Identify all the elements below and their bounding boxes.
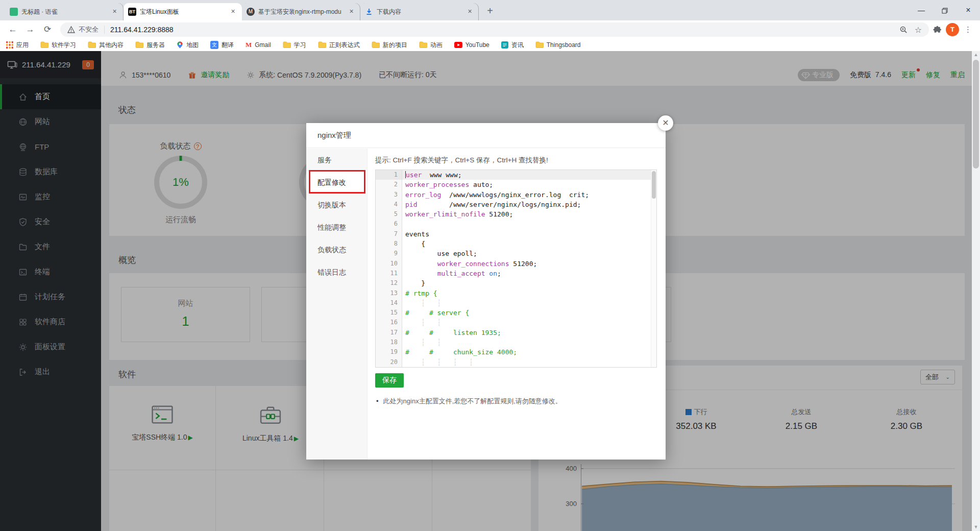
scrollbar-thumb[interactable] — [973, 60, 979, 168]
modal-tab-错误日志[interactable]: 错误日志 — [306, 261, 367, 283]
bookmark-item[interactable]: 软件学习 — [40, 41, 76, 50]
tab-close-icon[interactable]: × — [465, 8, 474, 16]
bookmark-star-icon[interactable]: ☆ — [915, 25, 922, 35]
browser-tab[interactable]: 无标题 · 语雀× — [5, 3, 124, 20]
code-line: error_log /www/wwwlogs/nginx_error.log c… — [402, 190, 656, 200]
code-line: pid /www/server/nginx/logs/nginx.pid; — [402, 200, 656, 209]
bookmark-item[interactable]: 文翻译 — [210, 41, 234, 50]
bt-favicon-icon: BT — [128, 8, 136, 16]
bookmark-item[interactable]: 新的项目 — [372, 41, 407, 50]
modal-tab-list: 服务配置修改切换版本性能调整负载状态错误日志 — [306, 149, 368, 460]
tab-close-icon[interactable]: × — [110, 8, 119, 16]
bookmarks-bar: 应用软件学习其他内容服务器地图文翻译MGmail学习正则表达式新的项目动画You… — [0, 39, 980, 51]
browser-menu-icon[interactable]: ⋮ — [964, 25, 972, 34]
tab-close-icon[interactable]: × — [229, 8, 237, 16]
line-number: 3 — [376, 190, 402, 200]
line-number: 7 — [376, 229, 402, 239]
code-line: multi_accept on; — [402, 269, 656, 278]
browser-tab[interactable]: 下载内容× — [360, 3, 479, 20]
translate-icon: 文 — [210, 41, 218, 49]
code-line: events — [402, 229, 656, 239]
line-number-gutter: 1234567891011121314151617181920 — [376, 170, 402, 367]
modal-tab-服务[interactable]: 服务 — [306, 149, 367, 171]
modal-tab-性能调整[interactable]: 性能调整 — [306, 216, 367, 238]
tab-list: 无标题 · 语雀×BT宝塔Linux面板×M基于宝塔安装nginx-rtmp-m… — [5, 3, 479, 20]
code-line: ┆ ┆ — [402, 298, 656, 308]
bookmark-label: 应用 — [16, 41, 29, 50]
bookmark-label: 地图 — [186, 41, 199, 50]
editor-scrollbar-thumb[interactable] — [652, 171, 656, 199]
bookmark-item[interactable]: 应用 — [6, 41, 29, 50]
code-line: # # chunk_size 4000; — [402, 347, 656, 357]
news-icon — [501, 41, 508, 49]
bookmark-item[interactable]: Thingsboard — [535, 41, 581, 49]
editor-scrollbar[interactable] — [651, 170, 656, 367]
line-number: 1 — [376, 170, 402, 180]
extensions-puzzle-icon[interactable] — [933, 26, 942, 34]
screen: 无标题 · 语雀×BT宝塔Linux面板×M基于宝塔安装nginx-rtmp-m… — [0, 0, 980, 531]
url-text[interactable]: 211.64.41.229:8888 — [110, 26, 899, 34]
code-line: worker_processes auto; — [402, 180, 656, 189]
apps-icon — [6, 41, 13, 49]
zoom-icon[interactable] — [899, 26, 908, 34]
bookmark-item[interactable]: 资讯 — [501, 41, 524, 50]
close-icon[interactable]: ✕ — [658, 115, 673, 131]
line-number: 8 — [376, 239, 402, 249]
save-button[interactable]: 保存 — [375, 373, 404, 388]
browser-tab[interactable]: M基于宝塔安装nginx-rtmp-modu× — [242, 3, 360, 20]
profile-avatar[interactable]: T — [946, 23, 959, 36]
tab-title: 下载内容 — [377, 8, 462, 16]
restore-button[interactable] — [933, 0, 957, 20]
nginx-manage-modal: ✕ nginx管理 服务配置修改切换版本性能调整负载状态错误日志 提示: Ctr… — [306, 123, 666, 460]
browser-tab[interactable]: BT宝塔Linux面板× — [124, 3, 242, 20]
modal-tab-切换版本[interactable]: 切换版本 — [306, 194, 367, 216]
line-number: 13 — [376, 288, 402, 298]
new-tab-button[interactable]: + — [483, 4, 497, 18]
line-number: 16 — [376, 318, 402, 327]
security-label[interactable]: 不安全 — [79, 25, 99, 34]
not-secure-warning-icon[interactable] — [67, 26, 75, 33]
config-editor[interactable]: 1234567891011121314151617181920 user www… — [375, 170, 657, 368]
bookmark-item[interactable]: YouTube — [454, 41, 489, 49]
reload-button[interactable]: ⟳ — [40, 22, 55, 37]
scroll-down-icon[interactable]: ▼ — [972, 523, 980, 531]
window-controls: — × — [910, 0, 980, 20]
page-scrollbar[interactable]: ▲ ▼ — [972, 51, 980, 531]
bookmark-item[interactable]: 服务器 — [135, 41, 165, 50]
address-bar[interactable]: 不安全 211.64.41.229:8888 ☆ — [60, 22, 929, 37]
mcircle-favicon-icon: M — [247, 8, 255, 16]
code-line: { — [402, 239, 656, 249]
bookmark-item[interactable]: 其他内容 — [88, 41, 124, 50]
tab-close-icon[interactable]: × — [347, 8, 356, 16]
bookmark-item[interactable]: 学习 — [283, 41, 306, 50]
bookmark-label: 正则表达式 — [329, 41, 360, 50]
modal-tab-负载状态[interactable]: 负载状态 — [306, 238, 367, 261]
close-window-button[interactable]: × — [957, 0, 980, 20]
folder-icon — [135, 41, 143, 49]
line-number: 5 — [376, 209, 402, 219]
bookmark-item[interactable]: 动画 — [419, 41, 443, 50]
folder-icon — [318, 41, 326, 49]
bookmark-label: 其他内容 — [99, 41, 124, 50]
bookmark-item[interactable]: 地图 — [177, 41, 199, 50]
modal-title: nginx管理 — [306, 123, 666, 148]
yuque-favicon-icon — [10, 8, 18, 16]
code-line: ┆ ┆ ┆ ┆ — [402, 357, 656, 367]
code-line: use epoll; — [402, 249, 656, 258]
back-button[interactable]: ← — [6, 22, 20, 37]
scroll-up-icon[interactable]: ▲ — [972, 51, 980, 59]
maps-icon — [177, 41, 183, 49]
forward-button[interactable]: → — [23, 22, 37, 37]
bookmark-item[interactable]: 正则表达式 — [318, 41, 360, 50]
modal-tab-配置修改[interactable]: 配置修改 — [306, 171, 367, 194]
folder-icon — [419, 41, 427, 49]
bookmark-item[interactable]: MGmail — [246, 41, 271, 49]
code-line: worker_rlimit_nofile 51200; — [402, 209, 656, 219]
folder-icon — [283, 41, 291, 49]
minimize-button[interactable]: — — [910, 0, 933, 20]
download-favicon-icon — [365, 8, 373, 16]
code-line: worker_connections 51200; — [402, 259, 656, 269]
line-number: 20 — [376, 357, 402, 367]
omnibox-separator — [104, 26, 105, 34]
bookmark-label: 翻译 — [222, 41, 234, 50]
